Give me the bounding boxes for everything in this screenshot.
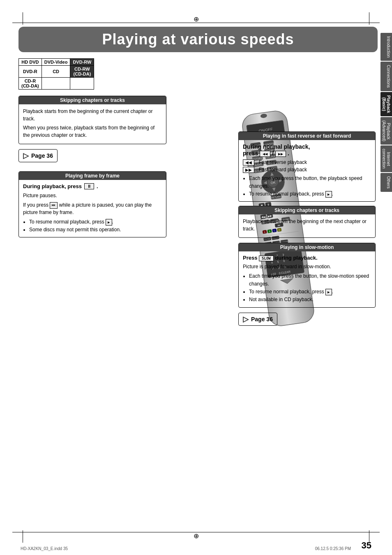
fwd-button: ▶▶ xyxy=(275,151,286,157)
slow-resume-bullet: To resume normal playback, press ▶. xyxy=(249,288,371,296)
page-ref-arrow-bottom: ▷ xyxy=(243,315,249,324)
sidebar-tab-playback-basic[interactable]: Playback(Basic) xyxy=(380,92,392,116)
skip-chapters-text2: When you press twice, playback starts fr… xyxy=(23,124,162,139)
page-title: Playing at various speeds xyxy=(27,31,369,48)
slow-press-line: Press SLOW during playback. xyxy=(243,255,371,261)
title-banner: Playing at various speeds xyxy=(18,27,378,52)
corner-br-h xyxy=(367,532,380,532)
slow-not-cd-bullet: Not available in CD playback. xyxy=(249,296,371,304)
page-number: 35 xyxy=(362,540,371,551)
format-hd-dvd: HD DVD xyxy=(19,59,42,66)
format-dvd-rw: DVD-RW xyxy=(70,59,94,66)
play-symbol-fast: ▶ xyxy=(325,191,332,198)
picture-pauses-text: Picture pauses. xyxy=(23,192,162,199)
rew-symbol: ◀◀ xyxy=(243,159,254,166)
left-column: Skipping chapters or tracks Playback sta… xyxy=(18,96,166,338)
fwd-label: . Fast forward playback xyxy=(256,167,307,173)
sidebar-tab-playback-advanced[interactable]: Playback(Advanced) xyxy=(380,117,392,145)
frame-by-frame-text2: If you press ⏭ while a picture is paused… xyxy=(23,201,162,216)
during-playback-slow: during playback. xyxy=(275,255,317,261)
during-playback-press-line: During playback, press ⏸ . xyxy=(23,183,162,189)
fast-reverse-forward-box: Playing in fast reverse or fast forward … xyxy=(238,131,376,202)
slow-motion-box: Playing in slow-motion Press SLOW during… xyxy=(238,243,376,307)
slow-button-symbol: SLOW xyxy=(259,256,274,261)
during-playback-press-dot: . xyxy=(97,183,98,189)
during-normal-label: During normal playback, xyxy=(243,143,310,150)
fwd-line: ▶▶ . Fast forward playback xyxy=(243,167,371,173)
format-cd-r: CD-R(CD-DA) xyxy=(19,78,42,90)
sidebar-tab-introduction[interactable]: Introduction xyxy=(380,33,392,61)
sidebar-tab-internet[interactable]: Internetconnection xyxy=(380,145,392,172)
resume-playback-bullet1: To resume normal playback, press ▶. xyxy=(29,218,162,226)
page-ref-top: ▷ Page 36 xyxy=(18,149,58,162)
format-dvd-video: DVD-Video xyxy=(42,59,70,66)
rew-line: ◀◀ . Fast reverse playback xyxy=(243,159,371,166)
slow-text1: Picture is played forward in slow-motion… xyxy=(243,263,371,270)
some-discs-bullet: Some discs may not permit this operation… xyxy=(29,226,162,234)
format-table: HD DVD DVD-Video DVD-RW DVD-R CD CD-RW(C… xyxy=(18,58,94,90)
rew-button: ◀◀ xyxy=(260,151,270,157)
format-empty1 xyxy=(42,78,70,90)
step-forward-symbol: ⏭ xyxy=(50,202,58,209)
during-playback-press-label: During playback, press xyxy=(23,183,82,189)
play-symbol-slow: ▶ xyxy=(325,289,332,295)
sidebar-tab-others[interactable]: Others xyxy=(380,173,392,192)
play-button-symbol: ▶ xyxy=(106,219,112,226)
right-info-panels: Playing in fast reverse or fast forward … xyxy=(238,131,376,326)
cross-bottom-icon: ⊕ xyxy=(194,532,199,540)
page-ref-label-top: Page 36 xyxy=(31,152,53,159)
rew-label: . Fast reverse playback xyxy=(256,159,307,165)
skip-chapters-box-right: Skipping chapters or tracks Playback sta… xyxy=(238,206,376,238)
pause-button-symbol: ⏸ xyxy=(84,183,94,189)
frame-by-frame-title: Playing frame by frame xyxy=(19,172,166,180)
skip-chapters-text1: Playback starts from the beginning of th… xyxy=(23,108,162,122)
resume-bullet-fast: To resume normal playback, press ▶. xyxy=(249,190,371,198)
cross-top-icon: ⊕ xyxy=(194,15,199,23)
frame-by-frame-box: Playing frame by frame During playback, … xyxy=(18,171,166,237)
slow-motion-title: Playing in slow-motion xyxy=(239,243,375,251)
sidebar-tab-connections[interactable]: Connections xyxy=(380,62,392,91)
page-ref-arrow-top: ▷ xyxy=(23,151,29,160)
corner-tr-h xyxy=(367,23,380,23)
format-cd: CD xyxy=(42,66,70,78)
page-ref-bottom: ▷ Page 36 xyxy=(238,313,277,326)
format-dvd-r: DVD-R xyxy=(19,66,42,78)
press-label-slow: Press xyxy=(243,255,259,261)
format-cd-rw: CD-RW(CD-DA) xyxy=(70,66,94,78)
slow-speed-changes-bullet: Each time you press the button, the slow… xyxy=(249,272,371,288)
skip-chapters-title-right: Skipping chapters or tracks xyxy=(239,206,375,214)
fast-box-title: Playing in fast reverse or fast forward xyxy=(239,132,375,140)
corner-tl-h xyxy=(12,23,25,23)
normal-playback-press: During normal playback, press ◀◀ / ▶▶ . xyxy=(243,143,371,157)
footer-left: HD-XA2KN_03_E.indd 35 xyxy=(21,546,68,551)
fwd-symbol: ▶▶ xyxy=(243,167,254,173)
skip-right-text: Playback starts from the beginning of th… xyxy=(243,218,371,233)
corner-bl-h xyxy=(12,532,25,532)
skip-chapters-box-left: Skipping chapters or tracks Playback sta… xyxy=(18,96,166,144)
page-ref-label-bottom: Page 36 xyxy=(251,316,273,322)
footer-right: 06.12.5 0:25:36 PM xyxy=(315,546,351,551)
period-after-btns: . xyxy=(288,150,289,157)
right-sidebar: Introduction Connections Playback(Basic)… xyxy=(380,33,392,192)
press-btn-label: press xyxy=(243,150,260,157)
slash-separator: / xyxy=(272,150,275,157)
skip-chapters-title-left: Skipping chapters or tracks xyxy=(19,96,166,104)
speed-changes-bullet: Each time you press the button, the play… xyxy=(249,175,371,190)
format-empty2 xyxy=(70,78,94,90)
